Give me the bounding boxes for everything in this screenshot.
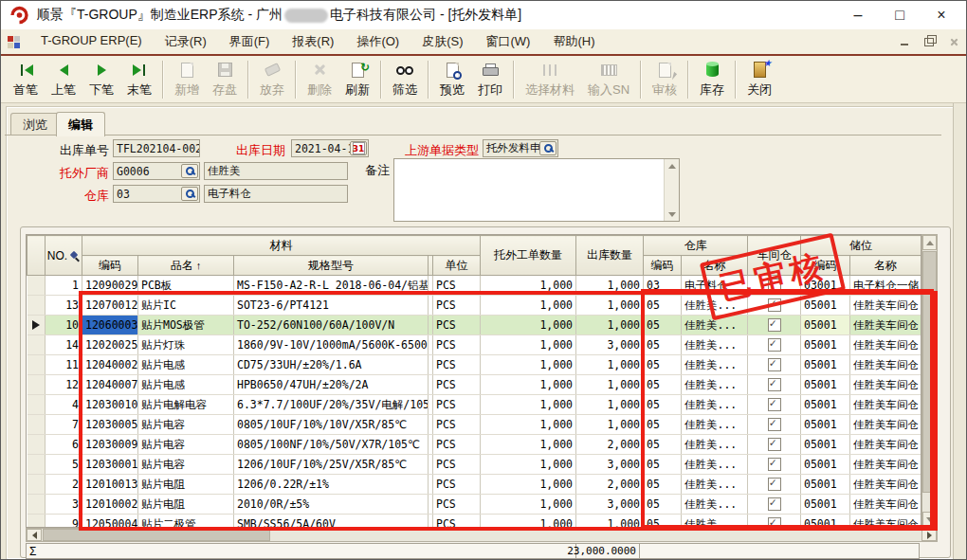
cell-loc-name[interactable]: 佳胜美车间仓 bbox=[850, 335, 921, 355]
cell-loc-name[interactable]: 佳胜美车间仓 bbox=[850, 475, 921, 495]
remark-scrollbar[interactable] bbox=[664, 159, 679, 221]
cell-code[interactable]: 12040002 bbox=[82, 355, 138, 375]
cell-out-qty[interactable]: 1,000 bbox=[576, 515, 644, 529]
shop-warehouse-checkbox[interactable] bbox=[768, 478, 781, 491]
row-indicator[interactable] bbox=[27, 475, 46, 495]
out-date-input[interactable]: 2021-04-15 31 bbox=[291, 139, 369, 157]
cell-out-qty[interactable]: 1,000 bbox=[576, 395, 644, 415]
cell-wo-qty[interactable]: 1,000 bbox=[481, 475, 576, 495]
shop-warehouse-checkbox[interactable] bbox=[768, 358, 781, 371]
toolbar-filter-button[interactable]: 筛选 bbox=[386, 59, 424, 100]
cell-code[interactable]: 12010002 bbox=[82, 495, 138, 515]
cell-shop-wh[interactable] bbox=[748, 515, 801, 529]
cell-loc-name[interactable]: 佳胜美车间仓 bbox=[850, 395, 921, 415]
upstream-lookup-button[interactable] bbox=[539, 141, 556, 155]
cell-unit[interactable]: PCS bbox=[433, 296, 481, 316]
cell-no[interactable]: 9 bbox=[46, 515, 82, 529]
cell-loc-code[interactable]: 05001 bbox=[801, 335, 850, 355]
cell-name[interactable]: 贴片电感 bbox=[138, 375, 234, 395]
cell-shop-wh[interactable] bbox=[748, 316, 801, 335]
table-row[interactable]: 1212040007贴片电感HPB0650/47UH/±20%/2APCS1,0… bbox=[27, 375, 921, 395]
cell-wh-name[interactable]: 佳胜美... bbox=[682, 375, 748, 395]
cell-loc-name[interactable]: 佳胜美车间仓 bbox=[850, 316, 921, 335]
scroll-up-icon[interactable] bbox=[665, 159, 679, 172]
cell-wo-qty[interactable]: 1,000 bbox=[481, 316, 576, 335]
menu-item[interactable]: 界面(F) bbox=[218, 30, 282, 53]
cell-loc-name[interactable]: 电子料仓一储 bbox=[850, 276, 921, 296]
scroll-down-icon[interactable] bbox=[665, 208, 679, 221]
cell-unit[interactable]: PCS bbox=[433, 335, 481, 355]
cell-unit[interactable]: PCS bbox=[433, 475, 481, 495]
cell-code[interactable]: 12040007 bbox=[82, 375, 138, 395]
cell-no[interactable]: 7 bbox=[46, 415, 82, 435]
cell-name[interactable]: 贴片电容 bbox=[138, 455, 234, 475]
row-indicator[interactable] bbox=[27, 395, 46, 415]
cell-name[interactable]: 贴片电阻 bbox=[138, 495, 234, 515]
doc-no-input[interactable]: TFL202104-0022 bbox=[113, 139, 200, 157]
cell-wh-name[interactable]: 佳胜美... bbox=[682, 335, 748, 355]
row-indicator[interactable] bbox=[27, 335, 46, 355]
table-row[interactable]: 1412020025贴片灯珠1860/9V-10V/1000mA/5600K-6… bbox=[27, 335, 921, 355]
menu-item[interactable]: 帮助(H) bbox=[541, 30, 606, 53]
cell-wo-qty[interactable]: 1,000 bbox=[481, 495, 576, 515]
table-row[interactable]: 512030001贴片电容1206/10UF/10%/25V/X5R/85℃PC… bbox=[27, 455, 921, 475]
cell-out-qty[interactable]: 1,000 bbox=[576, 316, 644, 335]
cell-shop-wh[interactable] bbox=[748, 415, 801, 435]
header-no[interactable]: NO. bbox=[46, 236, 82, 276]
cell-no[interactable]: 1 bbox=[46, 276, 82, 296]
cell-code[interactable]: 12030001 bbox=[82, 455, 138, 475]
cell-code[interactable]: 12020025 bbox=[82, 335, 138, 355]
cell-no[interactable]: 6 bbox=[46, 435, 82, 455]
cell-loc-code[interactable]: 05001 bbox=[801, 515, 850, 529]
cell-out-qty[interactable]: 3,000 bbox=[576, 335, 644, 355]
cell-spec[interactable]: 1206/0.22R/±1% bbox=[234, 475, 429, 495]
cell-unit[interactable]: PCS bbox=[433, 435, 481, 455]
cell-shop-wh[interactable] bbox=[748, 435, 801, 455]
cell-spec[interactable]: TO-252/60N100/60A/100V/N bbox=[234, 316, 429, 335]
row-indicator[interactable] bbox=[27, 415, 46, 435]
cell-wo-qty[interactable]: 1,000 bbox=[481, 435, 576, 455]
mdi-restore-button[interactable] bbox=[922, 36, 936, 47]
menu-item[interactable]: 窗口(W) bbox=[475, 30, 542, 53]
row-indicator[interactable] bbox=[27, 276, 46, 296]
scroll-up-icon[interactable] bbox=[922, 235, 937, 250]
cell-wh-code[interactable]: 05 bbox=[644, 335, 682, 355]
row-indicator[interactable] bbox=[27, 515, 46, 529]
scrollbar-thumb[interactable] bbox=[922, 251, 937, 493]
cell-wh-name[interactable]: 佳胜美... bbox=[682, 455, 748, 475]
cell-unit[interactable]: PCS bbox=[433, 395, 481, 415]
cell-wh-name[interactable]: 佳胜美... bbox=[682, 435, 748, 455]
vendor-code-input[interactable]: G0006 bbox=[113, 162, 200, 180]
vendor-lookup-button[interactable] bbox=[181, 164, 198, 178]
cell-spec[interactable]: 1206/10UF/10%/25V/X5R/85℃ bbox=[234, 455, 429, 475]
shop-warehouse-checkbox[interactable] bbox=[768, 438, 781, 451]
cell-wo-qty[interactable]: 1,000 bbox=[481, 455, 576, 475]
cell-wh-code[interactable]: 05 bbox=[644, 475, 682, 495]
row-indicator[interactable] bbox=[27, 355, 46, 375]
cell-no[interactable]: 3 bbox=[46, 495, 82, 515]
cell-spec[interactable]: 1860/9V-10V/1000mA/5600K-6500K... bbox=[234, 335, 429, 355]
menu-item[interactable]: T-GROUP ERP(E) bbox=[29, 30, 154, 53]
warehouse-lookup-button[interactable] bbox=[181, 187, 198, 201]
menu-item[interactable]: 报表(R) bbox=[281, 30, 345, 53]
cell-name[interactable]: 贴片电容 bbox=[138, 415, 234, 435]
header-out-qty[interactable]: 出库数量 bbox=[576, 236, 644, 276]
cell-loc-code[interactable]: 05001 bbox=[801, 435, 850, 455]
cell-wh-code[interactable]: 05 bbox=[644, 296, 682, 316]
table-row[interactable]: 212010013贴片电阻1206/0.22R/±1%PCS1,0002,000… bbox=[27, 475, 921, 495]
header-wh-code[interactable]: 编码 bbox=[644, 256, 682, 276]
cell-loc-code[interactable]: 05001 bbox=[801, 495, 850, 515]
cell-spec[interactable]: 0805/10UF/10%/10V/X5R/85℃ bbox=[234, 415, 429, 435]
cell-out-qty[interactable]: 3,000 bbox=[576, 455, 644, 475]
cell-out-qty[interactable]: 3,000 bbox=[576, 495, 644, 515]
minimize-button[interactable]: – bbox=[837, 2, 879, 28]
header-code[interactable]: 编码 bbox=[82, 256, 138, 276]
shop-warehouse-checkbox[interactable] bbox=[768, 378, 781, 391]
header-wo-qty[interactable]: 托外工单数量 bbox=[481, 236, 576, 276]
cell-out-qty[interactable]: 1,000 bbox=[576, 415, 644, 435]
cell-no[interactable]: 5 bbox=[46, 455, 82, 475]
cell-out-qty[interactable]: 2,000 bbox=[576, 475, 644, 495]
cell-no[interactable]: 10 bbox=[46, 316, 82, 335]
row-indicator[interactable] bbox=[27, 316, 46, 335]
cell-wo-qty[interactable]: 1,000 bbox=[481, 355, 576, 375]
